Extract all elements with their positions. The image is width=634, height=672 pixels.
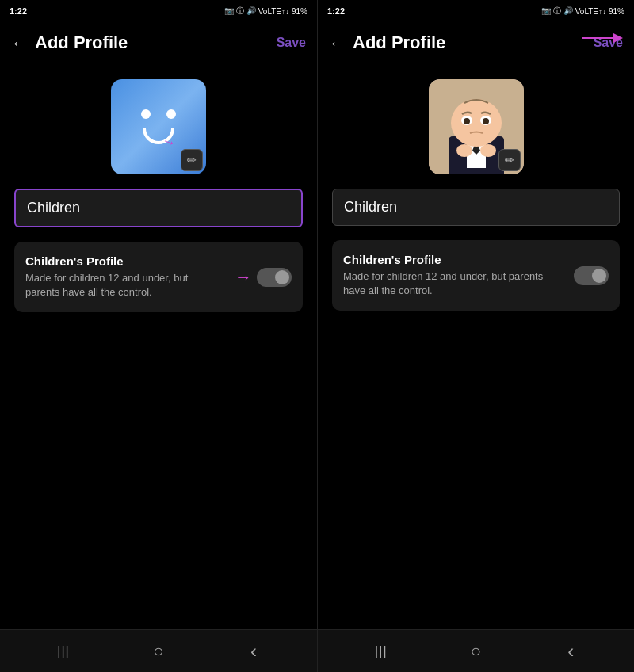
profile-card-desc-right: Made for children 12 and under, but pare… (343, 269, 564, 298)
battery-left: 91% (292, 7, 307, 16)
battery-right: 91% (609, 7, 624, 16)
profile-card-desc-left: Made for children 12 and under, but pare… (25, 271, 225, 300)
toggle-arrow-annotation-left: → (235, 267, 252, 288)
edit-icon-left: ✏ (187, 154, 197, 166)
svg-point-10 (483, 118, 489, 124)
nav-home-right[interactable]: ○ (458, 634, 493, 669)
svg-point-12 (480, 144, 496, 157)
nav-menu-left[interactable]: ||| (46, 634, 81, 669)
nav-back-left[interactable]: ‹ (236, 634, 271, 669)
signal-left: VoLTE↑↓ (258, 7, 289, 16)
nav-back-right[interactable]: ‹ (553, 634, 588, 669)
nav-menu-right[interactable]: ||| (364, 634, 399, 669)
toggle-knob-right (592, 269, 606, 283)
bottom-nav-right: ||| ○ ‹ (318, 629, 634, 672)
smiley-eyes (141, 109, 176, 119)
toggle-knob-left (275, 270, 289, 284)
save-button-right[interactable]: Save (594, 36, 623, 50)
signal-right: VoLTE↑↓ (575, 7, 606, 16)
svg-point-6 (451, 99, 502, 147)
status-time-right: 1:22 (327, 6, 345, 16)
content-left: → ✏ Children's Profile Made for children… (0, 63, 317, 629)
edit-badge-right[interactable]: ✏ (498, 149, 521, 171)
profile-card-title-left: Children's Profile (25, 254, 225, 268)
top-bar-right: ← Add Profile Save (318, 22, 634, 63)
left-phone-panel: 1:22 📷 ⓘ 🔊 VoLTE↑↓ 91% ← Add Profile Sav… (0, 0, 317, 672)
name-input-container-left (14, 189, 303, 227)
status-icons-text-right: 📷 ⓘ 🔊 (541, 6, 573, 17)
bottom-nav-left: ||| ○ ‹ (0, 629, 317, 672)
smiley-eye-left (141, 109, 151, 119)
name-display-right: Children (332, 189, 620, 226)
profile-card-left: Children's Profile Made for children 12 … (14, 242, 303, 312)
nav-home-left[interactable]: ○ (141, 634, 176, 669)
profile-card-right: Children's Profile Made for children 12 … (332, 240, 620, 311)
top-bar-left: ← Add Profile Save (0, 22, 317, 63)
status-bar-right: 1:22 📷 ⓘ 🔊 VoLTE↑↓ 91% (318, 0, 634, 22)
name-input-left[interactable] (14, 189, 303, 227)
page-title-left: Add Profile (35, 32, 277, 53)
status-bar-left: 1:22 📷 ⓘ 🔊 VoLTE↑↓ 91% (0, 0, 317, 22)
svg-point-11 (456, 144, 472, 157)
status-icons-text-left: 📷 ⓘ 🔊 (224, 6, 256, 17)
svg-point-9 (464, 118, 470, 124)
profile-card-text-left: Children's Profile Made for children 12 … (25, 254, 225, 300)
edit-icon-right: ✏ (505, 154, 514, 166)
save-button-left[interactable]: Save (277, 36, 306, 50)
smiley-eye-right (166, 109, 176, 119)
name-input-container-right: Children (332, 189, 620, 226)
profile-card-text-right: Children's Profile Made for children 12 … (343, 253, 564, 298)
status-time-left: 1:22 (10, 6, 27, 16)
status-icons-right: 📷 ⓘ 🔊 VoLTE↑↓ 91% (541, 6, 624, 17)
profile-card-title-right: Children's Profile (343, 253, 564, 266)
back-button-left[interactable]: ← (11, 35, 27, 51)
edit-badge-left[interactable]: ✏ (181, 149, 203, 171)
avatar-container-right: ✏ (429, 79, 524, 174)
avatar-container-left: → ✏ (111, 79, 206, 174)
content-right: ✏ Children Children's Profile Made for c… (318, 63, 634, 629)
status-icons-left: 📷 ⓘ 🔊 VoLTE↑↓ 91% (224, 6, 307, 17)
page-title-right: Add Profile (353, 32, 594, 53)
right-phone-panel: 1:22 📷 ⓘ 🔊 VoLTE↑↓ 91% ← Add Profile Sav… (317, 0, 634, 672)
back-button-right[interactable]: ← (329, 35, 345, 51)
toggle-arrow-container-left: → (235, 267, 292, 288)
children-profile-toggle-left[interactable] (257, 268, 292, 287)
children-profile-toggle-right[interactable] (574, 266, 609, 285)
